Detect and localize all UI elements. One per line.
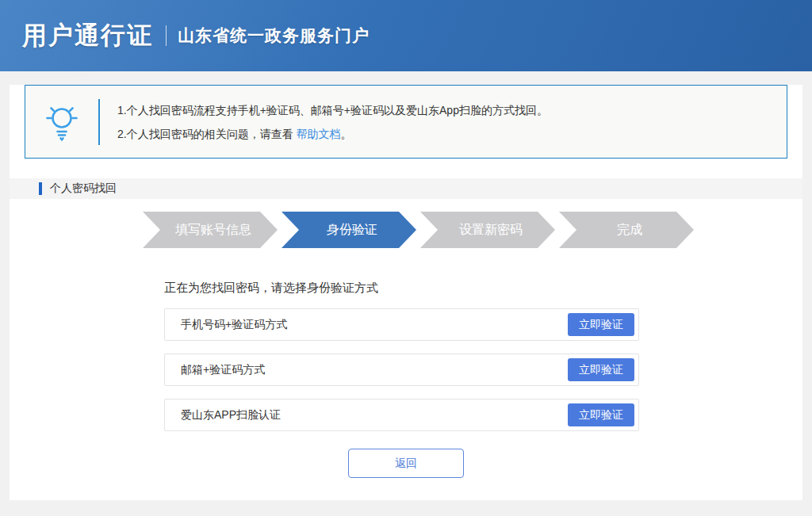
option-label-phone: 手机号码+验证码方式 bbox=[181, 318, 568, 332]
step-set-new-password: 设置新密码 bbox=[420, 212, 555, 248]
step-identity-verification: 身份验证 bbox=[282, 212, 416, 248]
section-accent-bar bbox=[39, 182, 42, 195]
site-subtitle: 山东省统一政务服务门户 bbox=[178, 25, 370, 47]
option-label-app-face: 爱山东APP扫脸认证 bbox=[181, 408, 568, 422]
notice-text: 1.个人找回密码流程支持手机+验证码、邮箱号+验证码以及爱山东App扫脸的方式找… bbox=[117, 98, 548, 146]
verification-prompt: 正在为您找回密码，请选择身份验证方式 bbox=[164, 280, 802, 296]
notice-line-2-text: 2.个人找回密码的相关问题，请查看 bbox=[117, 128, 297, 140]
option-row-app-face: 爱山东APP扫脸认证 立即验证 bbox=[164, 399, 639, 431]
verification-options: 手机号码+验证码方式 立即验证 邮箱+验证码方式 立即验证 爱山东APP扫脸认证… bbox=[164, 308, 639, 431]
back-button[interactable]: 返回 bbox=[348, 449, 464, 478]
step-fill-account-info: 填写账号信息 bbox=[143, 212, 278, 248]
notice-line-2-period: 。 bbox=[341, 128, 352, 140]
notice-line-1: 1.个人找回密码流程支持手机+验证码、邮箱号+验证码以及爱山东App扫脸的方式找… bbox=[117, 98, 548, 122]
header-banner: 用户通行证 山东省统一政务服务门户 bbox=[0, 0, 812, 71]
option-row-phone: 手机号码+验证码方式 立即验证 bbox=[164, 308, 639, 341]
option-row-email: 邮箱+验证码方式 立即验证 bbox=[164, 354, 639, 386]
content-card: 1.个人找回密码流程支持手机+验证码、邮箱号+验证码以及爱山东App扫脸的方式找… bbox=[10, 85, 802, 500]
notice-box: 1.个人找回密码流程支持手机+验证码、邮箱号+验证码以及爱山东App扫脸的方式找… bbox=[25, 85, 787, 159]
section-title: 个人密码找回 bbox=[50, 182, 117, 196]
notice-divider bbox=[98, 99, 100, 145]
verify-now-button-app-face[interactable]: 立即验证 bbox=[568, 403, 634, 426]
verify-now-button-email[interactable]: 立即验证 bbox=[568, 358, 634, 381]
lightbulb-icon bbox=[25, 101, 98, 143]
notice-line-2: 2.个人找回密码的相关问题，请查看 帮助文档。 bbox=[117, 122, 548, 146]
help-doc-link[interactable]: 帮助文档 bbox=[297, 128, 341, 140]
verify-now-button-phone[interactable]: 立即验证 bbox=[568, 313, 634, 336]
step-complete: 完成 bbox=[559, 212, 694, 248]
step-indicator: 填写账号信息 身份验证 设置新密码 完成 bbox=[143, 212, 802, 248]
section-title-bar: 个人密码找回 bbox=[10, 178, 802, 199]
back-button-wrap: 返回 bbox=[10, 449, 802, 478]
title-divider bbox=[166, 25, 167, 46]
option-label-email: 邮箱+验证码方式 bbox=[181, 363, 568, 377]
site-title: 用户通行证 bbox=[22, 19, 153, 52]
